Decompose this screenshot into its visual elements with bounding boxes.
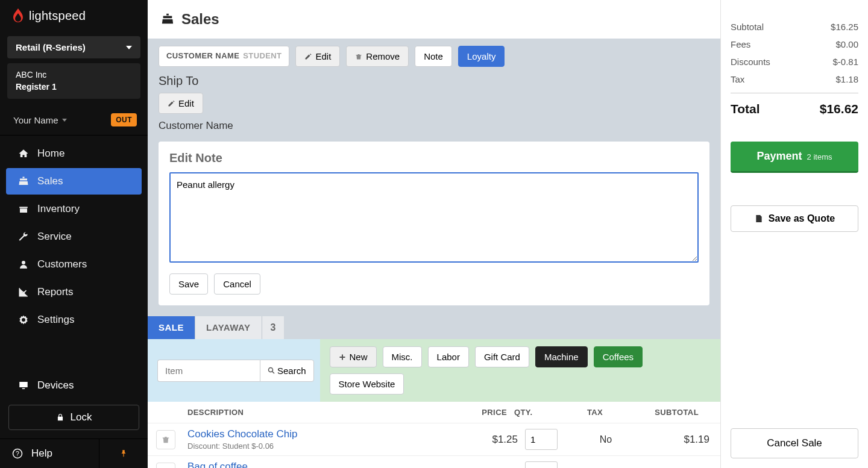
- svg-point-2: [269, 368, 273, 372]
- delete-line-button[interactable]: [156, 430, 175, 449]
- nav-settings[interactable]: Settings: [6, 307, 142, 333]
- customer-panel: CUSTOMER NAMESTUDENT Edit Remove Note Lo…: [148, 39, 720, 316]
- plan-selector[interactable]: Retail (R-Series): [7, 36, 140, 58]
- save-note-button[interactable]: Save: [169, 273, 208, 295]
- remove-customer-button[interactable]: Remove: [346, 46, 409, 67]
- ship-to-name: Customer Name: [159, 120, 709, 132]
- edit-note-card: Edit Note Save Cancel: [159, 142, 709, 305]
- machine-button[interactable]: Machine: [535, 346, 588, 367]
- brand-logo: lightspeed: [0, 0, 148, 31]
- note-textarea[interactable]: [169, 172, 699, 263]
- nav-home[interactable]: Home: [6, 140, 142, 167]
- svg-line-3: [272, 372, 275, 374]
- nav-service-label: Service: [37, 231, 72, 243]
- note-button[interactable]: Note: [415, 46, 452, 67]
- total-value: $16.62: [820, 102, 858, 116]
- payment-label: Payment: [757, 150, 802, 163]
- sale-tabs: SALE LAYAWAY 3: [148, 316, 720, 339]
- misc-button[interactable]: Misc.: [383, 346, 422, 367]
- chevron-down-icon: [126, 46, 132, 49]
- document-icon: [754, 214, 764, 223]
- flame-icon: [12, 8, 24, 23]
- qty-input[interactable]: [525, 461, 558, 468]
- total-label: Total: [731, 102, 760, 116]
- item-name-link[interactable]: Bag of coffee: [187, 461, 248, 468]
- th-subtotal: SUBTOTAL: [625, 408, 709, 417]
- item-name-link[interactable]: Cookies Chocolate Chip: [187, 428, 297, 440]
- tax-label: Tax: [731, 74, 744, 84]
- help-button[interactable]: ? Help: [0, 439, 99, 468]
- delete-line-button[interactable]: [156, 463, 175, 469]
- edit-customer-button[interactable]: Edit: [295, 46, 340, 67]
- nav-customers[interactable]: Customers: [6, 251, 142, 278]
- edit-shipto-button[interactable]: Edit: [159, 93, 203, 114]
- tax-value: $1.18: [835, 74, 858, 84]
- lock-icon: [56, 413, 64, 422]
- box-icon: [18, 204, 29, 214]
- user-icon: [18, 259, 29, 270]
- subtotal-label: Subtotal: [731, 22, 764, 32]
- loyalty-button[interactable]: Loyalty: [458, 46, 505, 67]
- monitor-icon: [18, 380, 29, 391]
- qty-input[interactable]: [525, 429, 558, 450]
- nav-inventory[interactable]: Inventory: [6, 196, 142, 222]
- item-search-input[interactable]: [157, 360, 260, 382]
- trash-icon: [355, 53, 362, 60]
- caret-down-icon: [62, 119, 67, 122]
- customer-name-label: CUSTOMER NAME: [166, 51, 239, 60]
- nav-inventory-label: Inventory: [37, 203, 80, 215]
- store-name: ABC Inc: [16, 69, 132, 81]
- help-label: Help: [31, 448, 52, 460]
- discounts-label: Discounts: [731, 57, 770, 67]
- svg-text:?: ?: [16, 450, 19, 457]
- chart-icon: [18, 287, 29, 298]
- customer-pill[interactable]: CUSTOMER NAMESTUDENT: [159, 46, 289, 67]
- store-register-selector[interactable]: ABC Inc Register 1: [7, 63, 140, 99]
- nav-devices-label: Devices: [37, 379, 74, 392]
- nav-reports[interactable]: Reports: [6, 279, 142, 305]
- nav-sales[interactable]: Sales: [6, 168, 142, 195]
- gear-icon: [18, 314, 29, 325]
- subtotal-value: $16.25: [831, 22, 858, 32]
- center-panel: Sales CUSTOMER NAMESTUDENT Edit Remove N…: [148, 0, 720, 468]
- tab-count: 3: [262, 316, 285, 339]
- gift-card-button[interactable]: Gift Card: [475, 346, 529, 367]
- store-website-button[interactable]: Store Website: [330, 373, 404, 395]
- item-price: $1.25: [467, 434, 521, 446]
- lock-label: Lock: [71, 411, 92, 423]
- save-quote-button[interactable]: Save as Quote: [731, 205, 858, 232]
- nav-home-label: Home: [37, 148, 64, 160]
- user-name: Your Name: [13, 115, 58, 125]
- nav-service[interactable]: Service: [6, 223, 142, 250]
- ship-to-heading: Ship To: [159, 74, 709, 88]
- cancel-note-button[interactable]: Cancel: [214, 273, 260, 295]
- nav-devices[interactable]: Devices: [6, 372, 142, 399]
- item-toolbar: Search New Misc. Labor Gift Card Machine…: [148, 339, 720, 402]
- th-qty: QTY.: [511, 408, 565, 417]
- line-items-table: DESCRIPTION PRICE QTY. TAX SUBTOTAL Cook…: [148, 402, 720, 468]
- clock-status-badge[interactable]: OUT: [111, 113, 137, 126]
- register-icon: [161, 13, 174, 26]
- register-icon: [18, 176, 29, 187]
- help-icon: ?: [12, 448, 23, 459]
- new-item-button[interactable]: New: [330, 346, 377, 367]
- coffees-button[interactable]: Coffees: [594, 346, 643, 367]
- th-tax: TAX: [565, 408, 625, 417]
- item-search-button[interactable]: Search: [260, 360, 314, 382]
- pin-button[interactable]: [99, 439, 148, 468]
- payment-button[interactable]: Payment 2 items: [731, 142, 858, 173]
- payment-count: 2 items: [807, 152, 832, 161]
- table-row: Bag of coffee Discount: Student $-0.75 $…: [148, 455, 720, 468]
- brand-text: lightspeed: [29, 9, 86, 23]
- lock-button[interactable]: Lock: [8, 405, 139, 430]
- item-tax: No: [576, 434, 636, 445]
- tab-layaway[interactable]: LAYAWAY: [195, 316, 262, 339]
- th-price: PRICE: [456, 408, 511, 417]
- pencil-icon: [304, 53, 312, 60]
- item-discount: Discount: Student $-0.06: [187, 441, 464, 451]
- tab-sale[interactable]: SALE: [148, 316, 195, 339]
- customer-tag: STUDENT: [243, 51, 281, 60]
- user-menu[interactable]: Your Name: [13, 115, 67, 125]
- cancel-sale-button[interactable]: Cancel Sale: [731, 428, 858, 458]
- labor-button[interactable]: Labor: [428, 346, 469, 367]
